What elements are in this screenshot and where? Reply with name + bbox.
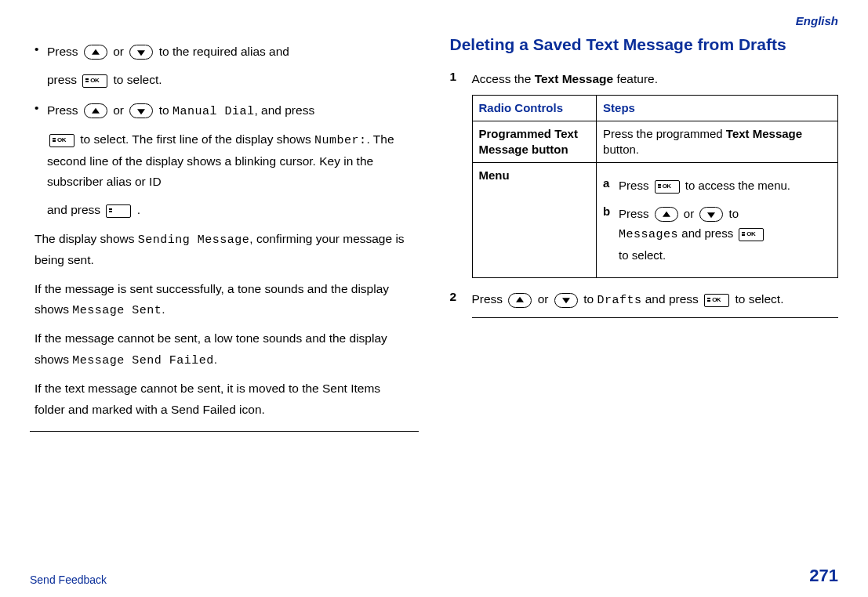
bullet-dot-icon: • (35, 42, 47, 91)
menu-ok-icon: OK (655, 180, 680, 194)
text: to (583, 292, 594, 306)
bullet-item-2: • Press or to Manual Dial, and press OK … (35, 100, 419, 221)
text: Press (619, 179, 648, 192)
menu-ok-icon: OK (82, 74, 107, 88)
steps-table: Radio Con­trols Steps Programmed Text Me… (472, 95, 839, 279)
sublist-letter: a (603, 175, 619, 196)
paragraph-sending: The display shows Sending Message, confi… (35, 229, 414, 271)
text: . (214, 353, 217, 366)
text: or (113, 103, 124, 117)
text: Press (47, 103, 78, 117)
mono-sending-message: Sending Message (138, 233, 250, 247)
page-footer: Send Feedback 271 (30, 566, 838, 586)
mono-manual-dial: Manual Dial (173, 105, 255, 118)
step-number: 1 (450, 69, 472, 278)
text: or (684, 207, 694, 220)
down-arrow-icon (699, 207, 723, 222)
header-steps: Steps (597, 95, 838, 121)
sublist-text: Press or to Messages and press OK to sel… (619, 204, 831, 266)
sublist-item-a: a Press OK to access the menu. (603, 175, 831, 196)
send-feedback-link[interactable]: Send Feedback (30, 573, 107, 586)
text: Press the programmed (603, 127, 726, 140)
text: to select. (735, 292, 783, 306)
cell-programmed-button: Programmed Text Mes­sage button (472, 121, 597, 163)
text: . (162, 302, 165, 316)
table-header-row: Radio Con­trols Steps (472, 95, 838, 121)
bullet-body: Press or to Manual Dial, and press OK to… (47, 100, 419, 221)
text: button. (603, 143, 639, 156)
text: or (113, 45, 124, 58)
sublist-letter: b (603, 204, 619, 266)
text: and press (678, 226, 733, 240)
text: The display shows (35, 232, 138, 245)
step-1: 1 Access the Text Message feature. Radio… (450, 69, 839, 278)
cell-menu-steps: a Press OK to access the menu. b (597, 163, 838, 278)
right-column: Deleting a Saved Text Message from Draft… (450, 32, 839, 432)
bold-text: Text Message (726, 127, 802, 140)
menu-ok-icon: OK (739, 228, 764, 241)
language-header: English (30, 14, 838, 27)
mono-messages: Messages (619, 228, 678, 241)
paragraph-failed: If the message cannot be sent, a low ton… (35, 328, 414, 371)
mono-send-failed: Message Send Failed (72, 354, 214, 367)
paragraph-moved: If the text message cannot be sent, it i… (35, 378, 414, 420)
paragraph-sent: If the message is sent successfully, a t… (35, 279, 414, 321)
up-arrow-icon (508, 293, 532, 308)
down-arrow-icon (129, 45, 153, 60)
page-number: 271 (809, 566, 838, 586)
text: to access the menu. (685, 179, 790, 192)
content-columns: • Press or to the required alias and pre… (30, 32, 838, 432)
text: and press (47, 203, 100, 216)
text: Access the (472, 72, 535, 85)
step-body: Access the Text Message feature. Radio C… (472, 69, 839, 278)
text: Press (472, 292, 503, 306)
cell-menu: Menu (472, 163, 597, 278)
text: Press (47, 45, 78, 58)
bold-text: Menu (479, 168, 510, 182)
text: to the required alias and (159, 45, 289, 58)
horizontal-rule (30, 431, 419, 432)
menu-ok-icon: OK (49, 134, 74, 147)
left-column: • Press or to the required alias and pre… (30, 32, 419, 432)
mono-drafts: Drafts (597, 294, 641, 307)
header-radio-controls: Radio Con­trols (472, 95, 597, 121)
text: to (728, 207, 739, 220)
down-arrow-icon (554, 293, 578, 308)
step-body: Press or to Drafts and press OK to selec… (472, 289, 839, 318)
text: to select. (114, 73, 162, 86)
text: to select. (619, 248, 666, 262)
menu-ok-icon: OK (704, 294, 729, 307)
up-arrow-icon (84, 103, 107, 118)
text: to select. The first line of the display… (80, 132, 311, 146)
bullet-dot-icon: • (35, 100, 47, 221)
table-row: Menu a Press OK to access the menu. (472, 163, 838, 278)
bold-text: Programmed Text Mes­sage button (479, 127, 578, 156)
horizontal-rule (472, 317, 839, 318)
text: to (159, 103, 169, 117)
sublist-item-b: b Press or to Messages and press OK (603, 204, 831, 266)
section-title: Deleting a Saved Text Message from Draft… (450, 34, 839, 55)
up-arrow-icon (84, 45, 107, 60)
text: feature. (613, 72, 658, 85)
menu-icon (106, 204, 131, 218)
text: , and press (254, 103, 314, 117)
mono-message-sent: Message Sent (72, 304, 162, 317)
step-number: 2 (450, 289, 472, 318)
cell-programmed-steps: Press the programmed Text Message button… (597, 121, 838, 163)
text: and press (641, 292, 698, 306)
table-row: Programmed Text Mes­sage button Press th… (472, 121, 838, 163)
text: . (137, 203, 140, 216)
step-2: 2 Press or to Drafts and press OK to sel… (450, 289, 839, 318)
up-arrow-icon (655, 207, 678, 222)
text: press (47, 73, 77, 86)
mono-number: Number: (314, 134, 367, 147)
text: or (538, 292, 549, 306)
text: Press (619, 207, 648, 220)
page: English • Press or to the required alias… (0, 0, 868, 597)
down-arrow-icon (129, 103, 153, 118)
bullet-item-1: • Press or to the required alias and pre… (35, 42, 419, 91)
sublist-text: Press OK to access the menu. (619, 175, 831, 196)
bullet-body: Press or to the required alias and press… (47, 42, 419, 91)
bold-text-message: Text Message (535, 72, 614, 85)
